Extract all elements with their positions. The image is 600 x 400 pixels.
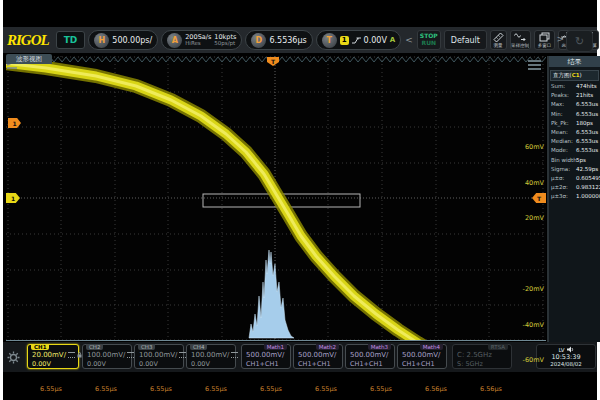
network-status: LV xyxy=(558,347,564,353)
time-label: 6.55μs xyxy=(91,385,121,393)
time-label: 6.55μs xyxy=(311,385,341,393)
time-label: 6.56μs xyxy=(421,385,451,393)
ch1-trace-outer xyxy=(6,62,436,341)
trigger-knob[interactable]: T xyxy=(322,33,337,48)
waveform-plot-area[interactable]: 60mV 40mV 20mV -20mV -40mV -60mV 6.55μs … xyxy=(6,56,546,341)
rtsa-tab: RTSA xyxy=(488,344,508,350)
delay-pill[interactable]: D 6.5536μs xyxy=(245,30,312,50)
trigger-pill[interactable]: T 1 0.00V A xyxy=(316,30,402,50)
math3-expression: CH1+CH1 xyxy=(350,360,383,368)
results-panel-title: 结果 xyxy=(549,56,600,67)
ch3-offset: 0.00V xyxy=(139,360,158,368)
time-resolution: 50ps/pt xyxy=(214,41,236,47)
stat-row: Pk_Pk:180ps xyxy=(549,119,600,128)
settings-gear-icon[interactable] xyxy=(7,349,20,368)
math4-scale: 500.00mV/ xyxy=(402,351,440,359)
jitter-histogram xyxy=(249,250,294,338)
refresh-icon: ↻ xyxy=(575,35,584,48)
ch3-tab: CH3 xyxy=(138,344,155,350)
waveform-view-tab[interactable]: 波形视图 xyxy=(6,54,52,64)
rtsa-span: S: 5GHz xyxy=(457,360,483,368)
math1-scale: 500.00mV/ xyxy=(246,351,284,359)
acquire-mode: HiRes xyxy=(185,41,211,47)
histogram-result-tab[interactable]: 直方图(C1) xyxy=(550,70,599,81)
ch3-scale: 100.00mV/ xyxy=(139,351,177,359)
stat-row: Max:6.553us xyxy=(549,100,600,109)
clock-box: LV 10:53:39 2024/08/02 xyxy=(536,344,596,369)
rising-slope-icon xyxy=(352,36,361,45)
toolbar-scroll-right-icon[interactable]: > xyxy=(556,34,564,44)
ch1-offset: 0.00V xyxy=(32,360,51,368)
stat-row: Sigma:42.59ps xyxy=(549,165,600,174)
math3-status-box[interactable]: Math3 500.00mV/ CH1+CH1 xyxy=(345,344,395,369)
run-label: RUN xyxy=(422,40,437,47)
run-stop-button[interactable]: STOP RUN xyxy=(417,30,441,50)
time-label: 6.55μs xyxy=(146,385,176,393)
math2-tab: Math2 xyxy=(316,344,339,350)
math4-tab: Math4 xyxy=(420,344,443,350)
volt-label: -60mV xyxy=(508,356,544,364)
stat-row: Mode:6.553us xyxy=(549,146,600,155)
sample-control-button[interactable]: 采样控制 xyxy=(510,30,531,50)
dc-coupling-icon xyxy=(68,352,75,358)
ch4-scale: 100.00mV/ xyxy=(191,351,229,359)
trigger-level-value: 0.00V xyxy=(364,36,387,45)
ch4-status-box[interactable]: CH4 100.00mV/ 0.00V xyxy=(186,344,236,369)
stat-row: Sum:474hits xyxy=(549,82,600,91)
acquire-knob[interactable]: A xyxy=(167,33,182,48)
time-label: 6.55μs xyxy=(366,385,396,393)
sample-control-icon xyxy=(514,32,526,42)
stat-row: Bin width:5ps xyxy=(549,156,600,165)
ch4-offset: 0.00V xyxy=(191,360,210,368)
horizontal-knob[interactable]: H xyxy=(94,33,109,48)
top-toolbar: RIGOL TD H 500.00ps/ A 200Sa/s HiRes 10k… xyxy=(3,27,597,53)
math2-expression: CH1+CH1 xyxy=(298,360,331,368)
ch1-status-box[interactable]: CH1 20.00mV/ 0.00V xyxy=(27,344,79,369)
ch1-trace-core xyxy=(6,62,436,341)
ch1-scale: 20.00mV/ xyxy=(32,351,66,359)
plot-menu-icon[interactable] xyxy=(528,58,541,72)
rtsa-status-box[interactable]: RTSA C: 2.5GHz S: 5GHz xyxy=(452,344,512,369)
waveform-layer xyxy=(6,56,546,341)
ch4-tab: CH4 xyxy=(190,344,207,350)
ch3-status-box[interactable]: CH3 100.00mV/ 0.00V xyxy=(134,344,184,369)
toolbar-scroll-left-icon[interactable]: < xyxy=(404,35,414,45)
delay-value: 6.5536μs xyxy=(269,36,306,45)
delay-knob[interactable]: D xyxy=(251,33,266,48)
default-button[interactable]: Default xyxy=(444,30,487,50)
stat-row: Min:6.553us xyxy=(549,110,600,119)
speaker-icon xyxy=(567,346,574,353)
stat-row: μ±σ:0.605495 xyxy=(549,174,600,183)
time-label: 6.55μs xyxy=(201,385,231,393)
system-date: 2024/08/02 xyxy=(537,361,595,367)
measure-button[interactable]: 测量 xyxy=(490,30,507,50)
math1-expression: CH1+CH1 xyxy=(246,360,279,368)
trigger-source-badge: 1 xyxy=(340,36,349,45)
ch1-trace-mid xyxy=(6,62,436,341)
math1-status-box[interactable]: Math1 500.00mV/ CH1+CH1 xyxy=(241,344,291,369)
multi-window-button[interactable]: 多窗口 xyxy=(534,30,555,50)
ch2-status-box[interactable]: CH2 100.00mV/ 0.00V xyxy=(82,344,132,369)
time-label: 6.55μs xyxy=(256,385,286,393)
system-time: 10:53:39 xyxy=(537,353,595,361)
ch2-offset: 0.00V xyxy=(87,360,106,368)
time-label: 6.55μs xyxy=(36,385,66,393)
ch2-tab: CH2 xyxy=(86,344,103,350)
math4-expression: CH1+CH1 xyxy=(402,360,435,368)
plot-bottom-divider xyxy=(6,340,546,341)
ch1-tab: CH1 xyxy=(31,344,49,350)
math2-scale: 500.00mV/ xyxy=(298,351,336,359)
trigger-sweep-mode: A xyxy=(390,36,395,44)
math3-scale: 500.00mV/ xyxy=(350,351,388,359)
math2-status-box[interactable]: Math2 500.00mV/ CH1+CH1 xyxy=(293,344,343,369)
acquire-pill[interactable]: A 200Sa/s HiRes 10kpts 50ps/pt xyxy=(161,30,242,50)
stat-row: Mean:6.553us xyxy=(549,128,600,137)
ch2-scale: 100.00mV/ xyxy=(87,351,125,359)
stat-row: μ±2σ:0.983122 xyxy=(549,183,600,192)
dc-coupling-icon xyxy=(231,352,238,358)
math4-status-box[interactable]: Math4 500.00mV/ CH1+CH1 xyxy=(397,344,447,369)
histogram-source: C1 xyxy=(572,72,580,78)
horizontal-scale-value: 500.00ps/ xyxy=(112,36,152,45)
results-panel: 结果 直方图(C1) Sum:474hits Peaks:21hits Max:… xyxy=(547,56,600,342)
horizontal-scale-pill[interactable]: H 500.00ps/ xyxy=(88,30,158,50)
